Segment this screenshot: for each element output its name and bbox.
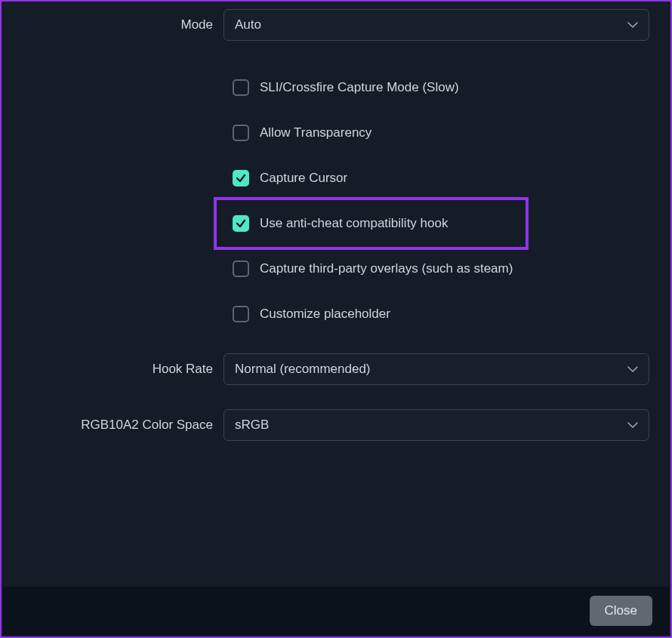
- allow-transparency-label: Allow Transparency: [260, 125, 371, 140]
- customize-placeholder-label: Customize placeholder: [260, 307, 390, 322]
- mode-select-value: Auto: [235, 17, 261, 32]
- mode-select[interactable]: Auto: [223, 9, 649, 41]
- hook-rate-select[interactable]: Normal (recommended): [223, 353, 649, 385]
- dialog-footer: Close: [3, 587, 669, 635]
- anticheat-hook-label: Use anti-cheat compatibility hook: [260, 216, 448, 231]
- capture-cursor-label: Capture Cursor: [260, 171, 347, 186]
- sli-crossfire-checkbox[interactable]: [233, 79, 249, 96]
- chevron-down-icon: [627, 20, 638, 30]
- customize-placeholder-checkbox[interactable]: [233, 306, 249, 322]
- hook-rate-select-value: Normal (recommended): [235, 362, 371, 377]
- hook-rate-label: Hook Rate: [2, 362, 223, 377]
- color-space-label: RGB10A2 Color Space: [2, 418, 223, 433]
- color-space-select-value: sRGB: [235, 418, 269, 433]
- allow-transparency-checkbox[interactable]: [233, 125, 249, 141]
- anticheat-hook-checkbox[interactable]: [233, 215, 249, 232]
- color-space-select[interactable]: sRGB: [223, 409, 649, 441]
- mode-label: Mode: [2, 17, 223, 32]
- sli-crossfire-label: SLI/Crossfire Capture Mode (Slow): [260, 80, 459, 95]
- capture-cursor-checkbox[interactable]: [233, 170, 249, 186]
- third-party-overlays-checkbox[interactable]: [233, 260, 249, 277]
- close-button[interactable]: Close: [590, 596, 652, 626]
- chevron-down-icon: [627, 420, 638, 430]
- third-party-overlays-label: Capture third-party overlays (such as st…: [260, 261, 513, 276]
- chevron-down-icon: [627, 364, 638, 374]
